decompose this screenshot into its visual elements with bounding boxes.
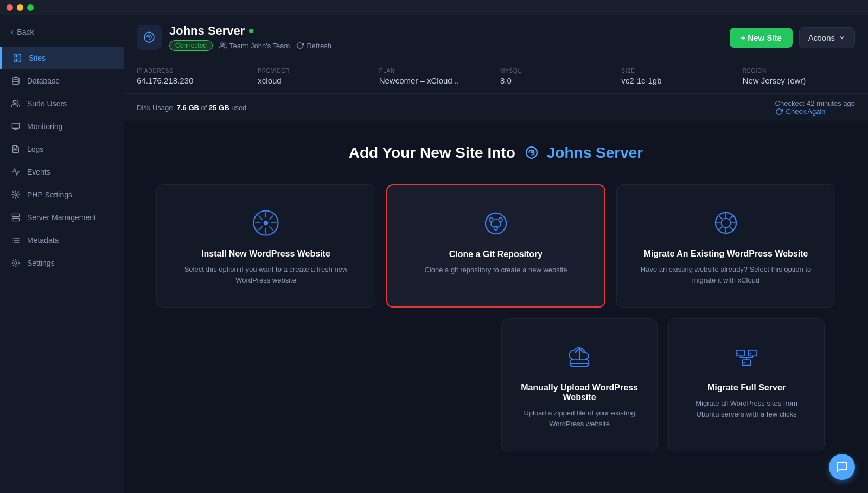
sidebar-item-settings[interactable]: Settings xyxy=(0,252,124,274)
sidebar-item-sites[interactable]: Sites xyxy=(0,47,124,69)
svg-point-9 xyxy=(15,194,17,196)
server-title-area: Johns Server Connected Team: John's Team… xyxy=(169,24,331,51)
page-server-name: Johns Server xyxy=(522,143,643,163)
svg-point-36 xyxy=(750,353,751,354)
disk-usage-bar: Disk Usage: 7.6 GB of 25 GB used Checked… xyxy=(124,94,868,121)
chat-icon xyxy=(835,460,848,473)
clone-git-desc: Clone a git repository to create a new w… xyxy=(424,265,567,276)
server-meta: Connected Team: John's Team Refresh xyxy=(169,40,331,51)
maximize-dot[interactable] xyxy=(27,4,34,11)
check-again-button[interactable]: Check Again xyxy=(775,107,855,116)
refresh-check-icon xyxy=(775,108,783,116)
svg-rect-6 xyxy=(12,123,19,128)
option-install-wordpress[interactable]: Install New WordPress Website Select thi… xyxy=(156,184,375,308)
migrate-existing-desc: Have an existing website already? Select… xyxy=(633,264,819,285)
metadata-label: Metadata xyxy=(27,236,59,245)
clone-git-title: Clone a Git Repository xyxy=(449,249,542,259)
svg-point-21 xyxy=(148,36,150,38)
option-manually-upload[interactable]: Manually Upload WordPress Website Upload… xyxy=(501,318,658,451)
back-button[interactable]: ‹ Back xyxy=(0,20,124,44)
sudo-users-label: Sudo Users xyxy=(27,99,67,108)
server-management-icon xyxy=(11,213,21,222)
titlebar xyxy=(0,0,868,15)
sidebar-item-logs[interactable]: Logs xyxy=(0,138,124,161)
main-area: Add Your New Site Into Johns Server xyxy=(124,121,868,493)
svg-point-4 xyxy=(12,77,19,79)
new-site-button[interactable]: + New Site xyxy=(730,28,792,48)
sudo-users-icon xyxy=(11,99,21,108)
sidebar-item-database[interactable]: Database xyxy=(0,69,124,92)
info-ip-address: IP ADDRESS 64.176.218.230 xyxy=(137,68,249,86)
header-left: Johns Server Connected Team: John's Team… xyxy=(137,24,331,51)
option-migrate-full-server[interactable]: Migrate Full Server Migrate all WordPres… xyxy=(668,318,825,451)
sidebar-item-server-management[interactable]: Server Management xyxy=(0,206,124,229)
header-right: + New Site Actions xyxy=(730,27,855,48)
sidebar-item-php-settings[interactable]: PHP Settings xyxy=(0,183,124,206)
server-header: Johns Server Connected Team: John's Team… xyxy=(124,15,868,60)
manually-upload-title: Manually Upload WordPress Website xyxy=(518,383,641,402)
svg-point-22 xyxy=(221,43,224,46)
team-icon xyxy=(219,42,227,49)
svg-point-25 xyxy=(264,221,269,226)
monitoring-icon xyxy=(11,121,21,131)
sidebar-item-sudo-users[interactable]: Sudo Users xyxy=(0,92,124,115)
sidebar-item-events[interactable]: Events xyxy=(0,161,124,183)
actions-button[interactable]: Actions xyxy=(799,27,855,48)
sidebar-item-metadata[interactable]: Metadata xyxy=(0,229,124,252)
back-arrow-icon: ‹ xyxy=(11,27,14,37)
svg-point-37 xyxy=(743,362,745,363)
info-provider: PROVIDER xcloud xyxy=(258,68,370,86)
wordpress-icon xyxy=(250,207,282,239)
monitoring-label: Monitoring xyxy=(27,122,62,131)
database-icon xyxy=(11,76,21,86)
sites-label: Sites xyxy=(29,54,46,62)
svg-rect-1 xyxy=(18,55,21,57)
events-label: Events xyxy=(27,168,50,176)
install-wordpress-desc: Select this option if you want to a crea… xyxy=(173,264,359,285)
settings-icon xyxy=(11,258,21,268)
sites-icon xyxy=(12,53,22,63)
git-icon xyxy=(480,207,512,240)
install-wordpress-title: Install New WordPress Website xyxy=(201,249,330,259)
logs-icon xyxy=(11,144,21,154)
svg-point-26 xyxy=(486,213,506,234)
svg-point-31 xyxy=(721,218,730,227)
info-plan: PLAN Newcomer – xCloud .. xyxy=(379,68,492,86)
migrate-full-server-desc: Migrate all WordPress sites from Ubuntu … xyxy=(685,398,808,419)
team-badge: Team: John's Team xyxy=(219,42,290,50)
refresh-button[interactable]: Refresh xyxy=(296,42,331,50)
migrate-existing-title: Migrate An Existing WordPress Website xyxy=(644,249,808,259)
server-info-bar: IP ADDRESS 64.176.218.230 PROVIDER xclou… xyxy=(124,60,868,94)
option-migrate-existing[interactable]: Migrate An Existing WordPress Website Ha… xyxy=(616,184,835,308)
main-content: Johns Server Connected Team: John's Team… xyxy=(124,15,868,493)
server-name: Johns Server xyxy=(169,24,331,38)
server-logo xyxy=(137,25,162,50)
database-label: Database xyxy=(27,76,60,85)
svg-rect-3 xyxy=(18,59,21,61)
server-management-label: Server Management xyxy=(27,213,96,222)
svg-point-28 xyxy=(499,218,502,222)
migrate-icon xyxy=(710,207,742,239)
svg-point-35 xyxy=(737,353,739,354)
full-server-icon xyxy=(730,341,763,373)
sidebar-item-monitoring[interactable]: Monitoring xyxy=(0,115,124,138)
option-clone-git[interactable]: Clone a Git Repository Clone a git repos… xyxy=(386,184,605,308)
upload-icon xyxy=(563,341,596,373)
info-size: SIZE vc2-1c-1gb xyxy=(621,68,733,86)
settings-label: Settings xyxy=(27,259,55,267)
chat-button[interactable] xyxy=(829,454,855,480)
svg-point-27 xyxy=(489,218,493,222)
php-settings-icon xyxy=(11,190,21,200)
options-grid-bottom: Manually Upload WordPress Website Upload… xyxy=(156,318,835,451)
info-region: REGION New Jersey (ewr) xyxy=(743,68,855,86)
svg-rect-0 xyxy=(14,55,17,57)
svg-rect-2 xyxy=(14,59,17,61)
minimize-dot[interactable] xyxy=(17,4,23,11)
svg-point-23 xyxy=(531,151,533,154)
options-grid-top: Install New WordPress Website Select thi… xyxy=(156,184,835,308)
back-label: Back xyxy=(17,28,34,36)
info-mysql: MYSQL 8.0 xyxy=(500,68,612,86)
php-settings-label: PHP Settings xyxy=(27,190,72,199)
svg-point-20 xyxy=(15,262,17,264)
close-dot[interactable] xyxy=(7,4,13,11)
